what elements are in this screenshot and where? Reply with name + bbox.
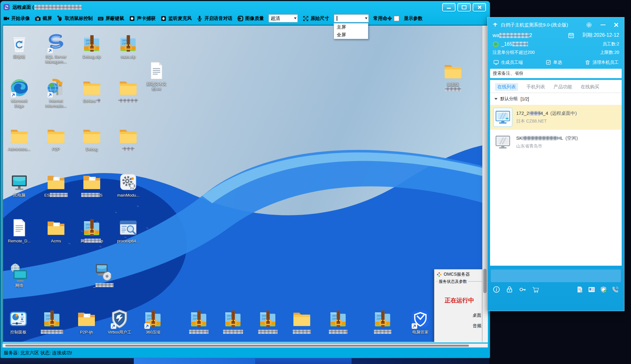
desktop-icon[interactable]: procexp64... bbox=[113, 218, 143, 244]
desktop-icon[interactable]: 最新版 bbox=[438, 61, 468, 92]
desktop-icon[interactable]: Debug bbox=[77, 126, 107, 152]
desktop-icon[interactable]: SQL ServerManagem... bbox=[41, 34, 71, 64]
info-icon[interactable] bbox=[493, 286, 500, 293]
desktop-icon[interactable]: S bbox=[77, 172, 107, 198]
close-button[interactable] bbox=[473, 3, 486, 12]
icon-art bbox=[46, 34, 66, 54]
desktop-icon[interactable] bbox=[37, 309, 67, 335]
settings-gear-icon[interactable] bbox=[586, 21, 592, 28]
desktop-icon[interactable]: 回收站 bbox=[4, 34, 34, 59]
scrollbar-thumb[interactable] bbox=[483, 269, 487, 293]
chevron-down-icon bbox=[294, 17, 297, 19]
common-commands-checkbox[interactable] bbox=[394, 16, 399, 21]
cancel-mouse-button[interactable]: 取消鼠标控制 bbox=[57, 15, 93, 22]
desktop-icon[interactable]: P2P bbox=[41, 126, 71, 152]
phone-icon[interactable] bbox=[611, 286, 619, 293]
single-select-button[interactable]: 单选 bbox=[545, 59, 562, 65]
desktop-icon[interactable] bbox=[287, 309, 317, 335]
tab[interactable]: 在线购买 bbox=[581, 84, 599, 90]
panel-close-button[interactable] bbox=[614, 22, 619, 27]
minimize-button[interactable] bbox=[442, 3, 456, 12]
size-option[interactable]: 全屏 bbox=[334, 31, 368, 39]
report-document-icon[interactable] bbox=[576, 286, 584, 293]
lock-icon[interactable] bbox=[506, 286, 513, 293]
generate-client-button[interactable]: 生成员工端 bbox=[493, 59, 523, 65]
desktop-icon[interactable] bbox=[113, 78, 143, 104]
tab[interactable]: 手机列表 bbox=[526, 84, 545, 90]
desktop-icon[interactable]: Administra... bbox=[4, 126, 34, 152]
desktop-icon[interactable]: 电脑管家 bbox=[405, 309, 435, 335]
group-row[interactable]: 默认分组 [1/2] bbox=[490, 93, 622, 105]
title-bar[interactable]: 远程桌面 ( bbox=[1, 1, 490, 12]
desktop-icon[interactable]: Remote_D... bbox=[4, 218, 34, 244]
shield-home-icon[interactable] bbox=[600, 286, 607, 293]
button-label: 生成员工端 bbox=[501, 60, 523, 65]
scrollbar-thumb[interactable] bbox=[5, 345, 469, 347]
original-size-group[interactable]: 原始尺寸 bbox=[302, 15, 329, 22]
vertical-scrollbar[interactable] bbox=[482, 26, 487, 342]
desktop-icon[interactable]: 此电脑 bbox=[4, 172, 34, 198]
tab[interactable]: 在线列表 bbox=[495, 83, 518, 91]
label-text: saas.zip bbox=[121, 54, 136, 59]
desktop-icon[interactable] bbox=[323, 309, 353, 335]
desktop-icon[interactable]: 新建文本文档.txt bbox=[142, 61, 171, 91]
host-item[interactable]: SKHL(空闲) 山东省青岛市 bbox=[490, 130, 622, 155]
omcs-popup: OMCS服务器 服务状态及参数 正在运行中 桌面 音频 bbox=[434, 269, 482, 342]
calendar-icon[interactable] bbox=[568, 32, 574, 39]
remote-desktop[interactable]: 回收站 SQL ServerManagem... Debug.zip saas.… bbox=[3, 26, 482, 342]
tab[interactable]: 产品功能 bbox=[554, 84, 572, 90]
screenshot-button[interactable]: 截屏 bbox=[35, 15, 52, 22]
label-text: 新建文本文 bbox=[147, 82, 167, 86]
panel-minimize-button[interactable] bbox=[601, 25, 605, 26]
desktop-icon[interactable] bbox=[253, 309, 283, 335]
horizontal-scrollbar[interactable] bbox=[2, 343, 488, 348]
desktop-icon[interactable]: 网p bbox=[77, 218, 107, 244]
text-caret bbox=[337, 16, 337, 21]
clean-local-button[interactable]: 清理本机员工 bbox=[585, 59, 619, 65]
icon-label: 网p bbox=[77, 239, 107, 244]
size-option[interactable]: 主屏 bbox=[334, 23, 368, 31]
block-keyboard-button[interactable]: 屏蔽键鼠 bbox=[97, 15, 124, 22]
videocam-icon bbox=[3, 15, 10, 22]
desktop-icon[interactable]: 控制面板 bbox=[3, 309, 33, 335]
desktop-icon[interactable]: EsNew bbox=[77, 78, 107, 104]
desktop-icon[interactable]: mainModu... bbox=[113, 172, 143, 198]
desktop-icon[interactable]: _ bbox=[88, 262, 118, 288]
panel-header[interactable]: 白鸽子主机监测系统9.0-(政企版) bbox=[488, 17, 624, 30]
desktop-icon[interactable] bbox=[113, 126, 143, 152]
desktop-icon[interactable]: ES bbox=[41, 172, 71, 198]
label-text: 2 bbox=[529, 32, 532, 38]
icon-art bbox=[8, 309, 28, 329]
icon-label bbox=[368, 330, 398, 335]
icon-label: 电脑管家 bbox=[405, 330, 435, 335]
omcs-title-bar[interactable]: OMCS服务器 bbox=[434, 269, 482, 279]
voice-chat-button[interactable]: 开启语音对话 bbox=[196, 15, 232, 22]
desktop-icon[interactable] bbox=[218, 309, 248, 335]
button-label: 监听麦克风 bbox=[168, 16, 192, 21]
desktop-icon[interactable]: Debug.zip bbox=[77, 34, 107, 59]
listen-mic-button[interactable]: 监听麦克风 bbox=[160, 15, 192, 22]
command-input[interactable] bbox=[491, 269, 621, 282]
id-card-icon[interactable] bbox=[588, 286, 596, 293]
label-text: 最新版 bbox=[447, 82, 459, 87]
desktop-icon[interactable]: InternetInformatio... bbox=[41, 78, 71, 108]
desktop-icon[interactable]: 网络 bbox=[4, 262, 34, 288]
search-input[interactable]: 搜索备注、省份 bbox=[490, 69, 622, 78]
desktop-icon[interactable]: 360压缩 bbox=[138, 309, 168, 335]
key-icon[interactable] bbox=[519, 286, 526, 293]
desktop-icon[interactable]: P2P-ljh bbox=[72, 309, 101, 335]
soundcard-capture-button[interactable]: 声卡捕获 bbox=[129, 15, 156, 22]
desktop-icon[interactable]: saas.zip bbox=[113, 34, 143, 59]
desktop-icon[interactable] bbox=[368, 309, 398, 335]
quality-select[interactable]: 超清 bbox=[269, 14, 298, 22]
host-item[interactable]: 172_24_4(远程桌面中) 日本 CZ88.NET bbox=[490, 105, 622, 130]
maximize-button[interactable] bbox=[457, 3, 471, 12]
label-text: procexp64... bbox=[117, 239, 139, 243]
desktop-icon[interactable]: MicrosoftEdge bbox=[4, 78, 34, 108]
cart-icon[interactable] bbox=[532, 286, 540, 293]
desktop-icon[interactable]: Virbox用户工 bbox=[105, 309, 134, 335]
desktop-icon[interactable] bbox=[184, 309, 214, 335]
size-select[interactable]: 主屏全屏 bbox=[334, 14, 369, 22]
start-record-button[interactable]: 开始录像 bbox=[3, 15, 30, 22]
desktop-icon[interactable]: Acms bbox=[41, 218, 71, 244]
